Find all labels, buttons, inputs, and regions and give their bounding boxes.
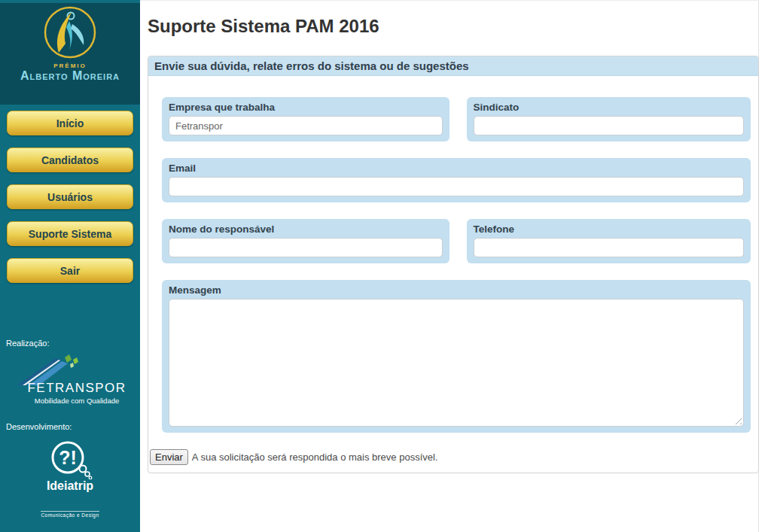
form-row-1: Empresa que trabalha Sindicato	[162, 97, 751, 141]
email-label: Email	[169, 163, 744, 174]
premio-label: PRÊMIO	[0, 62, 140, 69]
submit-row: Enviar A sua solicitação será respondida…	[150, 449, 751, 465]
sindicato-input[interactable]	[474, 116, 745, 135]
sidebar-item-sair[interactable]: Sair	[7, 258, 133, 283]
page-title: Suporte Sistema PAM 2016	[148, 16, 758, 37]
form-row-2: Email	[162, 158, 751, 202]
form-row-3: Nome do responsável Telefone	[162, 219, 751, 263]
ideiatrip-logo: ?! Ideiatrip Comunicação e Design	[0, 440, 140, 520]
page: PRÊMIO Alberto Moreira Início Candidatos…	[0, 0, 771, 532]
panel-header: Envie sua dúvida, relate erros do sistem…	[148, 56, 758, 76]
empresa-label: Empresa que trabalha	[169, 102, 443, 113]
email-input[interactable]	[169, 177, 744, 196]
alberto-moreira-logo: PRÊMIO Alberto Moreira	[0, 3, 140, 105]
fetranspor-name: FETRANSPOR	[14, 381, 140, 396]
telefone-input[interactable]	[474, 238, 745, 257]
fetranspor-logo: FETRANSPOR Mobilidade com Qualidade	[0, 354, 140, 405]
sidebar-item-inicio[interactable]: Início	[7, 111, 133, 135]
nome-label: Nome do responsável	[169, 223, 443, 235]
brand-name: Alberto Moreira	[0, 69, 140, 83]
nome-group: Nome do responsável	[162, 219, 449, 263]
ideiatrip-icon: ?!	[44, 440, 96, 479]
support-panel: Envie sua dúvida, relate erros do sistem…	[148, 56, 759, 473]
ideiatrip-tagline: Comunicação e Design	[41, 511, 99, 518]
empresa-input[interactable]	[169, 116, 443, 135]
realizacao-label: Realização:	[6, 339, 49, 348]
panel-body: Empresa que trabalha Sindicato Email	[148, 76, 758, 473]
submit-note: A sua solicitação será respondida o mais…	[192, 451, 438, 463]
nome-input[interactable]	[169, 238, 443, 257]
sidebar-item-candidatos[interactable]: Candidatos	[7, 147, 133, 172]
email-group: Email	[162, 158, 751, 202]
enviar-button[interactable]: Enviar	[150, 449, 188, 465]
sindicato-label: Sindicato	[474, 102, 745, 113]
svg-text:?!: ?!	[59, 447, 77, 468]
desenvolvimento-label: Desenvolvimento:	[6, 422, 72, 431]
mensagem-label: Mensagem	[169, 284, 744, 296]
sidebar-nav: Início Candidatos Usuários Suporte Siste…	[0, 105, 140, 283]
telefone-group: Telefone	[467, 219, 751, 263]
premio-figure-icon	[36, 3, 104, 62]
mensagem-group: Mensagem	[162, 280, 751, 433]
telefone-label: Telefone	[474, 223, 745, 235]
sidebar-item-suporte-sistema[interactable]: Suporte Sistema	[7, 221, 133, 246]
fetranspor-tagline: Mobilidade com Qualidade	[14, 397, 140, 405]
sidebar-item-usuarios[interactable]: Usuários	[7, 184, 133, 209]
main-content: Suporte Sistema PAM 2016 Envie sua dúvid…	[140, 0, 759, 532]
sindicato-group: Sindicato	[467, 97, 751, 141]
empresa-group: Empresa que trabalha	[162, 97, 449, 141]
mensagem-textarea[interactable]	[169, 299, 744, 427]
ideiatrip-name: Ideiatrip	[0, 479, 140, 493]
form-row-4: Mensagem	[162, 280, 751, 433]
sidebar: PRÊMIO Alberto Moreira Início Candidatos…	[0, 0, 140, 532]
